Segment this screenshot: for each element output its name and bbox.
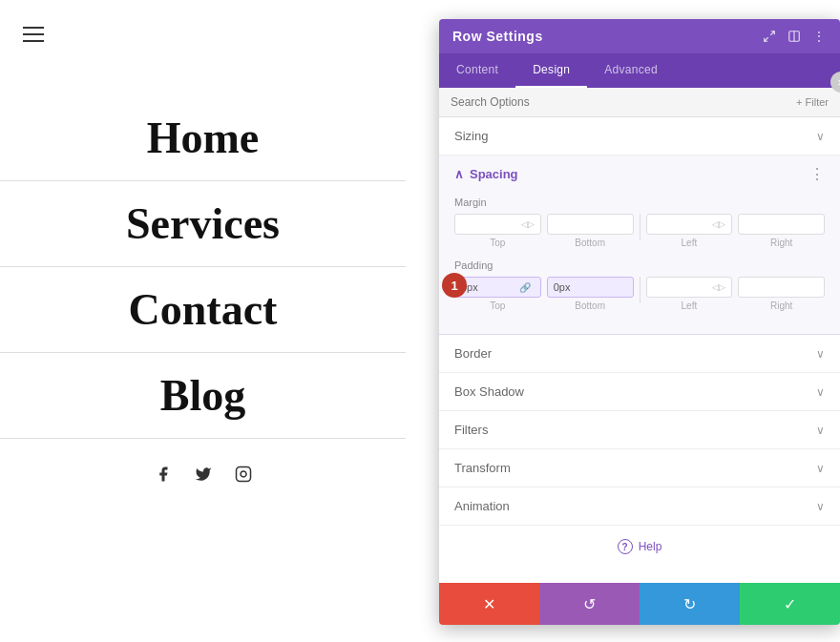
spacing-header[interactable]: ∧ Spacing ⋮ bbox=[439, 155, 840, 193]
margin-top-input[interactable] bbox=[461, 218, 518, 230]
margin-left-group: ◁▷ Left bbox=[646, 214, 733, 248]
step-badge: 1 bbox=[442, 273, 467, 298]
padding-bottom-field[interactable] bbox=[547, 277, 634, 298]
animation-chevron: ∨ bbox=[816, 500, 825, 513]
svg-rect-0 bbox=[236, 467, 250, 482]
spacing-controls: Margin ◁▷ Top bbox=[439, 193, 840, 334]
undo-button[interactable]: ↺ bbox=[539, 583, 640, 625]
padding-inputs: 🔗 Top Bottom bbox=[454, 277, 825, 311]
filter-button[interactable]: + Filter bbox=[796, 96, 829, 108]
animation-section[interactable]: Animation ∨ bbox=[439, 487, 840, 526]
sizing-chevron: ∨ bbox=[816, 130, 825, 143]
nav-item-blog[interactable]: Blog bbox=[0, 353, 406, 439]
margin-right-group: Right bbox=[738, 214, 825, 248]
border-chevron: ∨ bbox=[816, 347, 825, 361]
spacing-section: ∧ Spacing ⋮ Margin ◁▷ Top bbox=[439, 155, 840, 335]
filters-section[interactable]: Filters ∨ bbox=[439, 411, 840, 449]
padding-bottom-label: Bottom bbox=[575, 300, 605, 311]
panel-footer: ✕ ↺ ↻ ✓ bbox=[439, 583, 840, 625]
margin-right-input[interactable] bbox=[745, 218, 818, 230]
instagram-icon[interactable] bbox=[235, 466, 252, 487]
spacing-more-icon[interactable]: ⋮ bbox=[809, 165, 825, 183]
padding-left-group: ◁▷ Left bbox=[646, 277, 733, 311]
margin-right-label: Right bbox=[770, 238, 792, 248]
padding-bottom-input[interactable] bbox=[554, 281, 627, 293]
sizing-label: Sizing bbox=[454, 129, 488, 143]
margin-inputs: ◁▷ Top Bottom bbox=[454, 214, 825, 248]
padding-top-label: Top bbox=[490, 300, 505, 311]
box-shadow-section[interactable]: Box Shadow ∨ bbox=[439, 373, 840, 411]
margin-group: Margin ◁▷ Top bbox=[454, 197, 825, 248]
margin-top-field[interactable]: ◁▷ bbox=[454, 214, 541, 235]
undo-icon: ↺ bbox=[583, 595, 596, 613]
link-icon[interactable]: 🔗 bbox=[515, 282, 535, 293]
tab-content[interactable]: Content bbox=[439, 53, 515, 88]
save-button[interactable]: ✓ bbox=[740, 583, 840, 625]
redo-button[interactable]: ↻ bbox=[640, 583, 740, 625]
padding-right-label: Right bbox=[770, 300, 792, 311]
cancel-button[interactable]: ✕ bbox=[439, 583, 539, 625]
margin-bottom-label: Bottom bbox=[575, 238, 605, 248]
facebook-icon[interactable] bbox=[155, 466, 172, 487]
panel-tabs: Content Design Advanced bbox=[439, 53, 840, 88]
help-label[interactable]: Help bbox=[639, 540, 662, 553]
search-input[interactable] bbox=[451, 95, 641, 109]
margin-bottom-field[interactable] bbox=[547, 214, 634, 235]
filters-label: Filters bbox=[454, 423, 488, 437]
help-icon[interactable]: ? bbox=[618, 539, 633, 554]
border-label: Border bbox=[454, 346, 492, 361]
margin-top-group: ◁▷ Top bbox=[454, 214, 541, 248]
margin-left-input[interactable] bbox=[653, 218, 710, 230]
margin-label: Margin bbox=[454, 197, 825, 208]
cancel-icon: ✕ bbox=[483, 595, 495, 613]
margin-bottom-input[interactable] bbox=[554, 218, 627, 230]
twitter-icon[interactable] bbox=[195, 466, 212, 487]
padding-left-input[interactable] bbox=[653, 281, 710, 293]
tab-design[interactable]: Design bbox=[515, 53, 587, 88]
sizing-section[interactable]: Sizing ∨ bbox=[439, 117, 840, 155]
padding-right-field[interactable] bbox=[738, 277, 825, 298]
padding-left-field[interactable]: ◁▷ bbox=[646, 277, 733, 298]
more-options-icon[interactable]: ⋮ bbox=[811, 29, 827, 44]
fullscreen-icon[interactable] bbox=[762, 29, 777, 44]
margin-left-field[interactable]: ◁▷ bbox=[646, 214, 733, 235]
nav-link-blog[interactable]: Blog bbox=[160, 371, 245, 420]
hamburger-menu[interactable] bbox=[23, 27, 44, 42]
nav-item-services[interactable]: Services bbox=[0, 181, 406, 267]
nav-item-contact[interactable]: Contact bbox=[0, 267, 406, 353]
padding-top-input[interactable] bbox=[461, 281, 513, 293]
nav-link-contact[interactable]: Contact bbox=[129, 285, 278, 334]
panel-title: Row Settings bbox=[452, 29, 543, 44]
padding-right-group: Right bbox=[738, 277, 825, 311]
split-view-icon[interactable] bbox=[787, 29, 802, 44]
help-row: ? Help bbox=[439, 526, 840, 568]
border-section[interactable]: Border ∨ bbox=[439, 335, 840, 373]
padding-right-input[interactable] bbox=[745, 281, 818, 293]
transform-section[interactable]: Transform ∨ bbox=[439, 449, 840, 487]
animation-label: Animation bbox=[454, 499, 510, 513]
box-shadow-chevron: ∨ bbox=[816, 385, 825, 399]
padding-top-field[interactable]: 🔗 bbox=[454, 277, 541, 298]
padding-left-label: Left bbox=[682, 300, 698, 311]
social-icons bbox=[155, 439, 252, 514]
nav-item-home[interactable]: Home bbox=[0, 95, 406, 181]
tab-advanced[interactable]: Advanced bbox=[587, 53, 675, 88]
margin-bottom-group: Bottom bbox=[547, 214, 634, 248]
margin-divider bbox=[640, 214, 640, 240]
padding-bottom-group: Bottom bbox=[547, 277, 634, 311]
transform-label: Transform bbox=[454, 461, 511, 475]
margin-right-field[interactable] bbox=[738, 214, 825, 235]
panel-header: Row Settings ⋮ bbox=[439, 19, 840, 53]
padding-top-group: 🔗 Top bbox=[454, 277, 541, 311]
panel-body: Sizing ∨ ∧ Spacing ⋮ Margin bbox=[439, 117, 840, 583]
box-shadow-label: Box Shadow bbox=[454, 384, 524, 399]
nav-menu: Home Services Contact Blog bbox=[0, 0, 406, 514]
padding-group: 1 Padding 🔗 Top bbox=[454, 259, 825, 311]
svg-line-3 bbox=[765, 37, 768, 41]
nav-link-home[interactable]: Home bbox=[147, 114, 260, 162]
filters-chevron: ∨ bbox=[816, 424, 825, 437]
panel-header-icons: ⋮ bbox=[762, 29, 827, 44]
nav-link-services[interactable]: Services bbox=[126, 199, 280, 248]
spacing-label: Spacing bbox=[470, 167, 518, 181]
transform-chevron: ∨ bbox=[816, 462, 825, 475]
